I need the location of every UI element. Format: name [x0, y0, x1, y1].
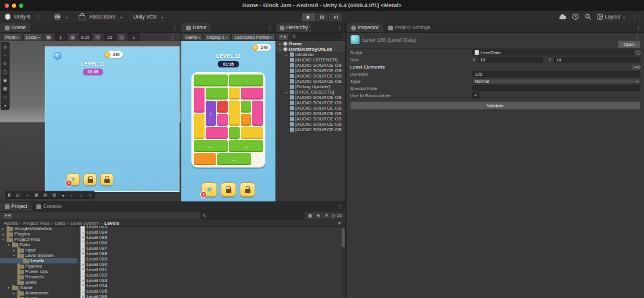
asset-item[interactable]: Level 088: [78, 251, 340, 256]
scene-overlay-button[interactable]: ○: [77, 191, 86, 198]
resolution-dropdown[interactable]: 1920x1080 Portrait▾: [231, 33, 275, 41]
validate-button[interactable]: Validate: [350, 101, 640, 110]
board-tile[interactable]: [194, 114, 205, 139]
tab-scene[interactable]: Scene: [0, 23, 30, 32]
booster-button[interactable]: [100, 173, 113, 185]
asset-item[interactable]: Level 084: [78, 229, 340, 235]
booster-button[interactable]: ❄6: [67, 173, 80, 185]
account-caret-icon[interactable]: ▾: [66, 15, 67, 19]
booster-button[interactable]: ❄6: [202, 182, 217, 197]
expand-arrow-icon[interactable]: ▾: [1, 237, 5, 241]
hierarchy-item[interactable]: [AUDIO SOURCE OB: [276, 111, 345, 116]
game-panel-menu-icon[interactable]: ⋮: [264, 24, 275, 30]
board-tile[interactable]: ↑: [229, 101, 240, 126]
folder-item[interactable]: ▸GoogleMobileAds: [0, 226, 78, 231]
hierarchy-item[interactable]: ▸Game: [276, 41, 345, 46]
asset-item[interactable]: Level 096: [78, 294, 340, 298]
scene-tool-button[interactable]: ▦: [1, 85, 9, 93]
board-tile[interactable]: [217, 114, 228, 126]
project-create-button[interactable]: + ▾: [2, 212, 13, 219]
scene-tool-button[interactable]: ▣: [1, 76, 9, 85]
board-tile[interactable]: [194, 88, 205, 113]
favorite-star-icon[interactable]: ★: [338, 221, 342, 226]
script-field[interactable]: LevelData: [472, 49, 634, 55]
folder-item[interactable]: ▸Input: [0, 247, 78, 253]
asset-store-button[interactable]: Asset Store: [89, 14, 115, 20]
scene-tool-button[interactable]: ▢: [1, 68, 9, 76]
expand-arrow-icon[interactable]: ▾: [12, 253, 16, 257]
tab-hierarchy[interactable]: Hierarchy: [276, 23, 311, 32]
scale-snap-field[interactable]: 1: [128, 33, 140, 41]
scene-overlay-button[interactable]: ▤: [41, 191, 50, 198]
folder-item[interactable]: ▾Data: [0, 242, 78, 247]
folder-item[interactable]: ▸Audio: [0, 296, 78, 298]
hierarchy-item[interactable]: [AUDIO SOURCE OB: [276, 122, 345, 127]
scene-panel-menu-icon[interactable]: ⋮: [169, 24, 181, 30]
board-tile[interactable]: →: [229, 140, 263, 152]
scrollbar-thumb[interactable]: [342, 228, 345, 247]
expand-arrow-icon[interactable]: ▸: [1, 226, 5, 231]
open-button[interactable]: Open: [618, 41, 640, 48]
scale-snap-icon[interactable]: ◇: [117, 33, 126, 41]
asset-item[interactable]: Level 093: [78, 278, 340, 283]
scene-overlay-button[interactable]: ▥: [50, 191, 59, 198]
scene-overlay-button[interactable]: ◧: [5, 191, 14, 198]
hierarchy-search-input[interactable]: [290, 33, 343, 41]
tab-project[interactable]: Project: [0, 202, 32, 211]
board-tile[interactable]: →: [206, 88, 228, 100]
size-x-field[interactable]: 10: [478, 57, 543, 63]
hierarchy-item[interactable]: [AUDIO SOURCE OB: [276, 127, 345, 132]
type-dropdown[interactable]: Normal▾: [472, 78, 640, 84]
unity-version-badge[interactable]: Unity 6: [14, 14, 30, 20]
folder-item[interactable]: Skins: [0, 280, 78, 285]
account-avatar[interactable]: AB: [54, 13, 61, 20]
inspector-more-icon[interactable]: ⋮: [633, 33, 642, 39]
breadcrumb-segment[interactable]: Assets: [4, 221, 18, 226]
booster-button[interactable]: [221, 182, 236, 197]
grid-size-field[interactable]: 1: [55, 33, 67, 41]
scene-overlay-button[interactable]: ▦: [32, 191, 41, 198]
hierarchy-item[interactable]: [AUDIO LISTENER]: [276, 57, 345, 63]
board-tile[interactable]: [194, 153, 216, 165]
expand-arrow-icon[interactable]: ▸: [12, 291, 16, 295]
special-note-field[interactable]: [472, 85, 640, 91]
expand-arrow-icon[interactable]: ▾: [278, 47, 282, 51]
booster-button[interactable]: [83, 173, 97, 185]
folder-item[interactable]: ▸Animations: [0, 290, 78, 296]
display-dropdown[interactable]: Display 1▾: [204, 33, 230, 41]
scene-tool-button[interactable]: ↻: [1, 60, 9, 68]
scene-overlay-button[interactable]: ◇: [86, 191, 94, 198]
asset-item[interactable]: Level 095: [78, 288, 340, 294]
tab-console[interactable]: Console: [32, 202, 66, 211]
hierarchy-item[interactable]: [AUDIO SOURCE OB: [276, 73, 345, 79]
expand-arrow-icon[interactable]: ▸: [284, 52, 289, 57]
expand-arrow-icon[interactable]: ▸: [1, 232, 5, 236]
layout-dropdown[interactable]: Layout▾: [597, 14, 625, 20]
scene-tool-button[interactable]: +: [1, 51, 9, 60]
scene-overlay-button[interactable]: ●: [59, 191, 68, 198]
asset-item[interactable]: Level 092: [78, 272, 340, 278]
scene-viewport[interactable]: 240 LEVEL 11 01:35 ❄6 ◎+↻▢▣▦◇● ◧ST+▦▤▥●◐…: [0, 41, 181, 201]
hierarchy-item[interactable]: [AUDIO SOURCE OB: [276, 105, 345, 111]
grid-visibility-icon[interactable]: ▦: [45, 33, 53, 41]
board-tile[interactable]: [252, 101, 263, 126]
hierarchy-item[interactable]: [AUDIO SOURCE OB: [276, 95, 345, 100]
game-viewport[interactable]: 240 LEVEL 11 01:35 ←→→↓↑←→← ❄6: [181, 41, 275, 201]
game-mode-dropdown[interactable]: Game▾: [182, 33, 203, 41]
play-button[interactable]: [301, 13, 315, 22]
asset-item[interactable]: Level 094: [78, 283, 340, 288]
unity-vcs-button[interactable]: Unity VCS: [133, 14, 156, 20]
breadcrumb-segment[interactable]: Project Files: [23, 221, 49, 226]
expand-arrow-icon[interactable]: ▸: [12, 248, 16, 252]
use-in-randomizer-checkbox[interactable]: ✓: [472, 92, 479, 99]
board-tile[interactable]: →: [229, 74, 263, 86]
asset-item[interactable]: Level 085: [78, 235, 340, 240]
scene-tool-button[interactable]: ●: [1, 101, 9, 109]
hierarchy-item[interactable]: [AUDIO SOURCE OB: [276, 63, 345, 68]
board-tile[interactable]: [206, 127, 228, 139]
project-search-input[interactable]: [200, 212, 305, 219]
board-tile[interactable]: [241, 101, 252, 113]
hierarchy-item[interactable]: [Debug Updater]: [276, 84, 345, 89]
asset-store-caret-icon[interactable]: ▾: [120, 15, 122, 19]
tab-game[interactable]: Game: [181, 23, 211, 32]
